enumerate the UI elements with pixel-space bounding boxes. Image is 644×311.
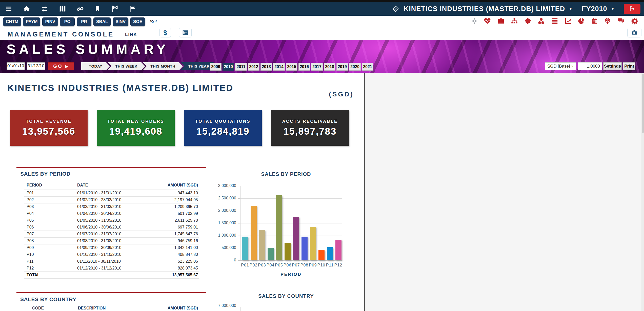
- bar-p05: [276, 195, 282, 260]
- go-button[interactable]: GO ▶: [48, 62, 74, 70]
- list-icon[interactable]: [551, 17, 558, 25]
- banner-toolbar: GO ▶ TODAYTHIS WEEKTHIS MONTHTHIS YEAR 2…: [0, 62, 644, 70]
- report-content: KINETICS INDUSTRIES (MASTER.DB) LIMITED …: [0, 73, 644, 311]
- range-tab-today[interactable]: TODAY: [81, 62, 110, 70]
- year-button-2009[interactable]: 2009: [210, 63, 222, 71]
- kpi-label: TOTAL QUOTATIONS: [195, 119, 250, 124]
- year-button-2013[interactable]: 2013: [260, 63, 272, 71]
- print-button[interactable]: Print: [623, 62, 635, 70]
- year-button-2011[interactable]: 2011: [235, 63, 247, 71]
- year-button-2016[interactable]: 2016: [298, 63, 310, 71]
- currency-tool-button[interactable]: $: [159, 28, 171, 37]
- line-chart-icon[interactable]: [564, 17, 572, 25]
- console-row: MANAGEMENT CONSOLE LINK $: [0, 28, 644, 40]
- kpi-value: 15,897,783: [283, 126, 336, 137]
- date-from-input[interactable]: [7, 62, 25, 70]
- country-chart-title: SALES BY COUNTRY: [215, 293, 357, 299]
- shortcut-button-sbal[interactable]: SBAL: [93, 17, 111, 26]
- bank-tool-button[interactable]: [627, 28, 641, 37]
- tag-icon[interactable]: [392, 5, 399, 12]
- fiscal-year-selector[interactable]: FY2010: [582, 5, 607, 13]
- kpi-card-row: TOTAL REVENUE13,957,566TOTAL NEW ORDERS1…: [10, 110, 349, 146]
- chevron-down-icon: ∨: [571, 64, 574, 68]
- link-icon[interactable]: [76, 5, 84, 13]
- flag-icon[interactable]: [129, 5, 136, 13]
- shortcut-button-soe[interactable]: SOE: [130, 17, 145, 26]
- kpi-value: 19,419,608: [109, 126, 162, 137]
- cubes-icon[interactable]: [537, 17, 545, 25]
- shortcut-button-sinv[interactable]: SINV: [113, 17, 128, 26]
- column-header-amount: AMOUNT (SGD): [146, 181, 199, 190]
- year-button-2021[interactable]: 2021: [362, 63, 373, 71]
- scrollbar-thumb[interactable]: [642, 74, 644, 133]
- briefcase-icon[interactable]: [497, 17, 505, 25]
- puzzle-icon[interactable]: [524, 17, 532, 25]
- menu-icon[interactable]: [5, 5, 13, 13]
- shortcut-button-po[interactable]: PO: [60, 17, 75, 26]
- right-empty-panel: [365, 73, 641, 311]
- set-shortcuts-link[interactable]: Set ...: [150, 19, 162, 25]
- range-tab-this-week[interactable]: THIS WEEK: [108, 62, 145, 70]
- link-button[interactable]: LINK: [125, 32, 137, 37]
- map-icon[interactable]: [59, 5, 66, 13]
- target-icon[interactable]: [604, 17, 611, 25]
- logout-button[interactable]: [624, 4, 640, 14]
- year-button-2020[interactable]: 2020: [349, 63, 361, 71]
- shortcut-button-paym[interactable]: PAYM: [23, 17, 40, 26]
- settings-button[interactable]: Settings: [603, 62, 622, 70]
- navbar-right-group: KINETICS INDUSTRIES (MASTER.DB) LIMITED …: [392, 4, 640, 14]
- scrollbar[interactable]: [641, 73, 644, 311]
- shortcut-button-pinv[interactable]: PINV: [42, 17, 58, 26]
- bar-p01: [242, 237, 248, 260]
- chart-tick: [238, 211, 240, 211]
- nav-cross-icon[interactable]: [471, 17, 477, 25]
- bookmark-icon[interactable]: [94, 5, 101, 13]
- xaxis-tick-label: P12: [334, 263, 343, 267]
- finish-flag-icon[interactable]: [111, 5, 119, 13]
- range-tab-this-month[interactable]: THIS MONTH: [143, 62, 183, 70]
- column-header-code: CODE: [32, 306, 44, 310]
- year-button-2018[interactable]: 2018: [324, 63, 335, 71]
- kpi-card-total-revenue: TOTAL REVENUE13,957,566: [10, 110, 88, 146]
- go-arrow-icon: ▶: [65, 64, 69, 68]
- report-tool-button[interactable]: [179, 28, 192, 37]
- home-icon[interactable]: [23, 5, 30, 13]
- sales-summary-banner: SALES SUMMARY GO ▶ TODAYTHIS WEEKTHIS MO…: [0, 40, 644, 73]
- shortcut-button-cntm[interactable]: CNTM: [3, 17, 21, 26]
- bar-p12: [335, 240, 341, 260]
- chart-gridline: [240, 186, 342, 186]
- heart-pulse-icon[interactable]: [483, 17, 491, 25]
- shortcut-button-pr[interactable]: PR: [77, 17, 91, 26]
- year-button-2012[interactable]: 2012: [248, 63, 259, 71]
- currency-dropdown[interactable]: SGD [Base] ∨: [545, 62, 576, 70]
- calendar-icon[interactable]: [591, 17, 598, 25]
- section-divider: [16, 292, 206, 293]
- xaxis-tick-label: P09: [309, 263, 317, 267]
- year-button-2010[interactable]: 2010: [223, 63, 234, 71]
- kpi-card-total-new-orders: TOTAL NEW ORDERS19,419,608: [97, 110, 175, 146]
- sitemap-icon[interactable]: [511, 17, 518, 25]
- xaxis-tick-label: P06: [283, 263, 292, 267]
- yaxis-tick-label: 3,000,000: [206, 183, 236, 188]
- gear-icon[interactable]: [631, 17, 638, 25]
- bar-p08: [301, 237, 308, 260]
- transfer-icon[interactable]: [41, 5, 49, 13]
- year-button-2019[interactable]: 2019: [336, 63, 348, 71]
- column-header-amount: AMOUNT (SGD): [147, 306, 198, 310]
- pie-chart-icon[interactable]: [578, 17, 585, 25]
- year-button-2017[interactable]: 2017: [311, 63, 323, 71]
- bar-p11: [327, 247, 333, 260]
- exchange-rate-input[interactable]: [578, 62, 602, 70]
- yaxis-tick-label: 500,000: [206, 245, 236, 250]
- currency-dropdown-value: SGD [Base]: [547, 64, 570, 69]
- year-button-2014[interactable]: 2014: [273, 63, 285, 71]
- yaxis-tick-label: 2,000,000: [206, 208, 236, 213]
- yaxis-tick-label: 1,000,000: [206, 233, 236, 238]
- kpi-label: ACCTS RECEIVABLE: [282, 119, 338, 124]
- year-button-2015[interactable]: 2015: [286, 63, 297, 71]
- chat-icon[interactable]: [617, 17, 625, 25]
- table-row: P0501/05/2010 - 31/05/20102,611,625.70: [24, 217, 199, 224]
- table-row: P0301/03/2010 - 31/03/20101,209,395.70: [24, 203, 199, 210]
- date-to-input[interactable]: [27, 62, 45, 70]
- company-selector[interactable]: KINETICS INDUSTRIES (MASTER.DB) LIMITED: [404, 5, 565, 13]
